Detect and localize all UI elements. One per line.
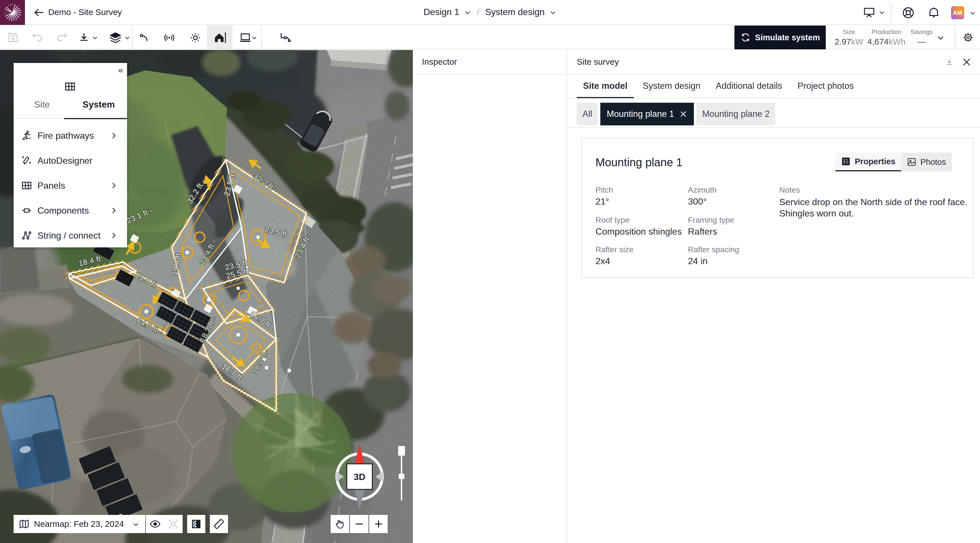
svg-text:3D: 3D [354,472,366,482]
